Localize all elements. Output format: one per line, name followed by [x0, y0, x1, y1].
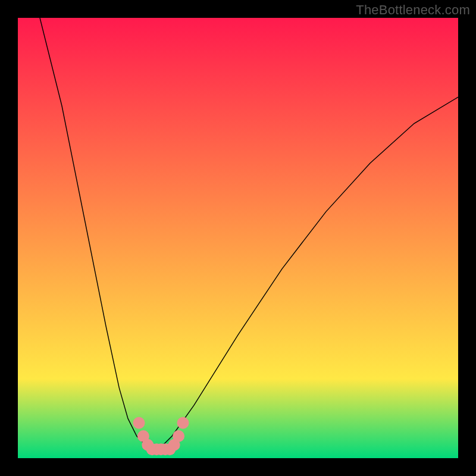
highlight-marker: [133, 417, 145, 429]
chart-svg: [18, 18, 458, 458]
watermark-text: TheBottleneck.com: [356, 2, 470, 18]
highlight-marker: [177, 417, 189, 429]
gradient-background: [18, 18, 458, 458]
plot-area: [18, 18, 458, 458]
chart-container: TheBottleneck.com: [0, 0, 476, 476]
highlight-marker: [173, 430, 184, 442]
